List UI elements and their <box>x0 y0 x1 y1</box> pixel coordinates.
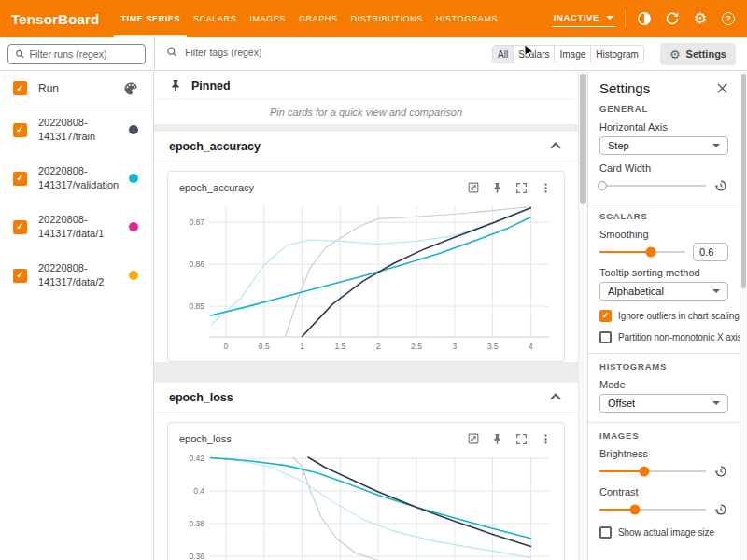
fullscreen-icon[interactable] <box>514 181 529 195</box>
run-list-item[interactable]: 20220808-141317/train <box>0 105 153 154</box>
epoch-loss-chart[interactable]: 00.511.522.533.540.360.380.40.42 <box>174 450 557 560</box>
sub-toolbar: All Scalars Image Histogram ⚙ Settings <box>0 37 747 71</box>
gear-icon: ⚙ <box>669 49 681 61</box>
run-list-item[interactable]: 20220808-141317/data/2 <box>0 251 153 300</box>
slider-thumb[interactable] <box>639 467 649 477</box>
pinned-header: Pinned <box>154 72 578 100</box>
settings-panel: Settings GENERAL Horizontal Axis Step Ca… <box>587 72 740 560</box>
refresh-button[interactable] <box>663 9 682 28</box>
scrollbar-thumb[interactable] <box>580 74 586 204</box>
run-color-dot <box>129 271 138 280</box>
svg-text:0.87: 0.87 <box>189 217 204 227</box>
filter-runs-input[interactable] <box>30 49 138 60</box>
brightness-slider[interactable] <box>599 470 706 472</box>
partition-x-checkbox[interactable] <box>599 331 612 343</box>
reload-status-value: INACTIVE <box>554 12 599 22</box>
tag-filter-all[interactable]: All <box>493 46 514 63</box>
svg-text:0.36: 0.36 <box>189 552 204 560</box>
run-color-dot <box>129 125 138 134</box>
reload-status-dropdown[interactable]: INACTIVE <box>552 10 615 27</box>
settings-button[interactable]: ⚙ Settings <box>660 43 736 65</box>
pin-icon[interactable] <box>490 432 504 446</box>
tag-type-filter-group: All Scalars Image Histogram <box>492 45 644 63</box>
ignore-outliers-checkbox[interactable] <box>599 310 612 322</box>
svg-text:1: 1 <box>300 342 304 351</box>
divider <box>625 9 626 28</box>
slider-thumb[interactable] <box>646 247 656 258</box>
filter-tags-input[interactable] <box>185 47 446 58</box>
svg-text:0.4: 0.4 <box>193 486 204 496</box>
theme-toggle-button[interactable] <box>635 9 654 28</box>
ignore-outliers-row: Ignore outliers in chart scaling <box>599 310 728 322</box>
fit-domain-icon[interactable] <box>466 432 480 446</box>
tab-distributions[interactable]: DISTRIBUTIONS <box>345 0 430 37</box>
help-button[interactable]: ? <box>719 9 738 28</box>
smoothing-control <box>599 245 728 259</box>
main-scrollbar[interactable] <box>578 72 587 560</box>
settings-gear-button[interactable]: ⚙ <box>691 9 710 28</box>
tag-filter-scalars[interactable]: Scalars <box>514 46 555 63</box>
run-checkbox[interactable] <box>13 172 27 186</box>
more-options-icon[interactable] <box>539 432 553 446</box>
fullscreen-icon[interactable] <box>514 432 529 446</box>
pinned-panel: Pinned Pin cards for a quick view and co… <box>154 72 578 124</box>
tag-filter-image[interactable]: Image <box>555 46 591 63</box>
tab-graphs[interactable]: GRAPHS <box>292 0 345 37</box>
svg-text:2.5: 2.5 <box>411 342 422 351</box>
svg-text:3: 3 <box>452 342 457 351</box>
histogram-mode-select[interactable]: Offset <box>599 394 728 413</box>
tensorboard-app: TensorBoard TIME SERIES SCALARS IMAGES G… <box>0 0 747 560</box>
filter-tags-box <box>166 46 446 58</box>
settings-section-images: IMAGES <box>599 430 728 441</box>
epoch-accuracy-chart[interactable]: 00.511.522.533.540.850.860.87 <box>174 199 557 357</box>
scrollbar-thumb[interactable] <box>741 74 746 288</box>
reset-icon[interactable] <box>713 464 728 479</box>
scalar-card-epoch-loss: epoch_loss <box>167 422 565 560</box>
run-checkbox[interactable] <box>13 123 27 137</box>
svg-text:3.5: 3.5 <box>487 342 499 351</box>
contrast-slider[interactable] <box>599 509 706 511</box>
tab-histograms[interactable]: HISTOGRAMS <box>430 0 504 37</box>
tab-time-series[interactable]: TIME SERIES <box>114 0 187 37</box>
run-list-item[interactable]: 20220808-141317/data/1 <box>0 203 153 251</box>
collapse-chevron-icon[interactable] <box>550 393 560 403</box>
card-width-slider[interactable] <box>599 185 706 187</box>
slider-thumb[interactable] <box>598 181 607 190</box>
run-checkbox[interactable] <box>13 220 27 234</box>
runs-header-row: Run <box>0 72 153 105</box>
more-options-icon[interactable] <box>539 181 553 195</box>
run-name: 20220808-141317/data/1 <box>38 213 129 241</box>
slider-thumb[interactable] <box>629 505 640 515</box>
tooltip-sorting-select[interactable]: Alphabetical <box>599 282 728 301</box>
collapse-chevron-icon[interactable] <box>550 142 560 152</box>
section-header[interactable]: epoch_accuracy <box>154 132 578 161</box>
help-icon: ? <box>722 12 735 25</box>
tag-filter-histogram[interactable]: Histogram <box>591 46 643 63</box>
reset-icon[interactable] <box>713 178 728 193</box>
chevron-down-icon <box>712 289 720 293</box>
settings-section-histograms: HISTOGRAMS <box>599 361 728 371</box>
show-actual-size-checkbox[interactable] <box>599 526 612 539</box>
section-epoch-accuracy: epoch_accuracy epoch_accuracy <box>154 132 578 362</box>
reset-icon[interactable] <box>713 502 728 517</box>
pin-icon[interactable] <box>490 181 504 195</box>
run-name: 20220808-141317/validation <box>38 164 129 192</box>
section-header[interactable]: epoch_loss <box>154 383 578 413</box>
close-icon[interactable] <box>716 82 728 94</box>
smoothing-value-input[interactable] <box>693 243 728 261</box>
run-color-dot <box>129 174 138 183</box>
horizontal-axis-select[interactable]: Step <box>599 136 728 155</box>
tab-scalars[interactable]: SCALARS <box>187 0 243 37</box>
card-actions <box>466 432 553 446</box>
run-checkbox[interactable] <box>13 269 27 283</box>
fit-domain-icon[interactable] <box>466 181 480 195</box>
divider <box>588 353 740 354</box>
settings-scrollbar[interactable] <box>740 72 747 560</box>
palette-icon[interactable] <box>123 81 138 96</box>
tab-images[interactable]: IMAGES <box>243 0 292 37</box>
smoothing-slider[interactable] <box>599 251 685 253</box>
cards-area: Pinned Pin cards for a quick view and co… <box>154 72 578 560</box>
run-list-item[interactable]: 20220808-141317/validation <box>0 154 153 203</box>
spacer <box>154 375 578 383</box>
select-all-runs-checkbox[interactable] <box>13 81 27 95</box>
